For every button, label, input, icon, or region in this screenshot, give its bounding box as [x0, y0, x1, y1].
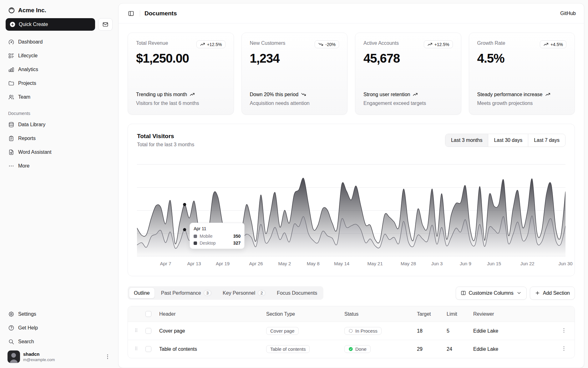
- stat-card-active-accounts: Active Accounts +12.5% 45,678 Strong use…: [355, 33, 461, 115]
- sidebar-item-word-assistant[interactable]: Word Assistant: [5, 146, 113, 158]
- tab-key-personnel[interactable]: Key Personnel 2: [218, 288, 271, 298]
- limit-cell[interactable]: 5: [443, 322, 469, 340]
- quick-create-button[interactable]: Quick Create: [6, 18, 95, 31]
- tooltip-series-label: Mobile: [200, 234, 212, 239]
- sidebar: Acme Inc. Quick Create Dashboard Lifecyc…: [0, 0, 118, 368]
- table-row[interactable]: Cover page Cover page In Process 18 5 Ed…: [128, 322, 575, 340]
- tab-past-performance[interactable]: Past Performance 3: [156, 288, 216, 298]
- stat-cards: Total Revenue +12.5% $1,250.00 Trending …: [128, 33, 575, 115]
- table-row[interactable]: Table of contents Table of contents Done…: [128, 340, 575, 358]
- page-header: Documents GitHub: [119, 3, 584, 23]
- target-cell[interactable]: 18: [413, 322, 443, 340]
- sidebar-item-label: Analytics: [18, 67, 38, 72]
- sections-table: Header Section Type Status Target Limit …: [128, 306, 575, 358]
- tab-focus-documents[interactable]: Focus Documents: [272, 288, 322, 298]
- file-word-icon: [8, 149, 14, 155]
- plus-icon: [535, 290, 540, 296]
- column-status: Status: [341, 306, 413, 322]
- trending-up-icon: [543, 42, 549, 47]
- chevron-down-icon: [516, 290, 522, 296]
- row-header-link[interactable]: Cover page: [159, 328, 185, 334]
- stat-footer-text: Down 20% this period: [250, 91, 299, 98]
- circle-plus-icon: [9, 21, 16, 28]
- sidebar-item-label: More: [18, 163, 29, 169]
- trending-up-icon: [545, 92, 550, 97]
- range-toggle-group: Last 3 months Last 30 days Last 7 days: [445, 134, 565, 147]
- limit-cell[interactable]: 24: [443, 340, 469, 358]
- stat-footer-subtitle: Acquisition needs attention: [250, 100, 339, 107]
- chart-tooltip: Apr 11 Mobile 350 Desktop 327: [190, 223, 245, 249]
- column-reviewer: Reviewer: [469, 306, 557, 322]
- reviewer-cell: Eddie Lake: [469, 322, 557, 340]
- column-section-type: Section Type: [262, 306, 341, 322]
- acme-logo-icon: [8, 7, 15, 14]
- sidebar-item-team[interactable]: Team: [5, 91, 113, 103]
- x-axis-tick: Apr 26: [249, 261, 263, 266]
- trend-badge: +12.5%: [424, 40, 453, 48]
- brand-name: Acme Inc.: [18, 7, 46, 14]
- tab-outline[interactable]: Outline: [129, 288, 155, 298]
- drag-handle-icon[interactable]: [134, 328, 139, 333]
- row-menu-icon[interactable]: [561, 345, 567, 352]
- stat-label: Total Revenue: [136, 40, 168, 46]
- analytics-icon: [8, 66, 14, 73]
- sidebar-item-dashboard[interactable]: Dashboard: [5, 36, 113, 48]
- sidebar-item-settings[interactable]: Settings: [5, 308, 113, 320]
- customize-columns-button[interactable]: Customize Columns: [456, 287, 527, 300]
- lifecycle-icon: [8, 53, 14, 59]
- add-section-button[interactable]: Add Section: [530, 287, 575, 300]
- trend-badge-value: +12.5%: [434, 42, 449, 47]
- x-axis-tick: Jun 3: [431, 261, 443, 266]
- brand[interactable]: Acme Inc.: [5, 4, 113, 18]
- range-last-30-days[interactable]: Last 30 days: [488, 134, 528, 147]
- range-last-7-days[interactable]: Last 7 days: [528, 134, 565, 147]
- range-last-3-months[interactable]: Last 3 months: [445, 134, 488, 147]
- main-panel: Documents GitHub Total Revenue +12.5% $1…: [118, 3, 584, 368]
- sidebar-toggle-button[interactable]: [127, 9, 135, 18]
- row-header-link[interactable]: Table of contents: [159, 346, 197, 352]
- user-menu-icon[interactable]: [104, 354, 111, 360]
- sidebar-item-reports[interactable]: Reports: [5, 132, 113, 145]
- tooltip-row: Mobile 350: [194, 234, 241, 239]
- user-menu-row[interactable]: shadcn m@example.com: [5, 348, 113, 363]
- row-checkbox[interactable]: [145, 328, 151, 334]
- tab-count-badge: 3: [204, 290, 211, 296]
- header-divider: [140, 10, 140, 17]
- sidebar-item-analytics[interactable]: Analytics: [5, 63, 113, 76]
- sidebar-item-projects[interactable]: Projects: [5, 77, 113, 90]
- x-axis-tick: Apr 19: [216, 261, 230, 266]
- sidebar-item-get-help[interactable]: Get Help: [5, 322, 113, 334]
- status-badge: In Process: [344, 327, 382, 335]
- stat-footer-text: Strong user retention: [363, 91, 410, 98]
- github-link[interactable]: GitHub: [560, 11, 576, 16]
- mail-icon: [102, 21, 109, 28]
- sidebar-item-lifecycle[interactable]: Lifecycle: [5, 49, 113, 62]
- status-text: In Process: [355, 328, 378, 334]
- row-menu-icon[interactable]: [561, 327, 567, 334]
- tooltip-series-value: 327: [233, 241, 241, 246]
- documents-group-label: Documents: [5, 111, 113, 116]
- page-title: Documents: [144, 10, 177, 17]
- sidebar-item-label: Word Assistant: [18, 149, 51, 155]
- sidebar-item-more[interactable]: More: [5, 160, 113, 172]
- stat-value: 45,678: [363, 51, 453, 65]
- stat-footer-text: Trending up this month: [136, 91, 187, 98]
- sidebar-item-label: Projects: [18, 80, 36, 86]
- select-all-checkbox[interactable]: [145, 311, 151, 317]
- drag-handle-icon[interactable]: [134, 346, 139, 351]
- status-text: Done: [355, 346, 367, 352]
- inbox-button[interactable]: [98, 18, 113, 31]
- sidebar-item-data-library[interactable]: Data Library: [5, 118, 113, 131]
- sidebar-item-search[interactable]: Search: [5, 335, 113, 348]
- check-circle-icon: [348, 347, 353, 351]
- tooltip-date: Apr 11: [194, 226, 241, 231]
- chart-subtitle: Total for the last 3 months: [137, 142, 194, 148]
- stat-value: $1,250.00: [136, 51, 226, 65]
- x-axis-tick: May 28: [401, 261, 416, 266]
- tab-label: Key Personnel: [223, 290, 255, 296]
- trend-badge-value: -20%: [325, 42, 336, 47]
- trend-badge: +12.5%: [196, 40, 226, 48]
- row-checkbox[interactable]: [145, 346, 151, 352]
- trend-badge: -20%: [315, 40, 339, 48]
- target-cell[interactable]: 29: [413, 340, 443, 358]
